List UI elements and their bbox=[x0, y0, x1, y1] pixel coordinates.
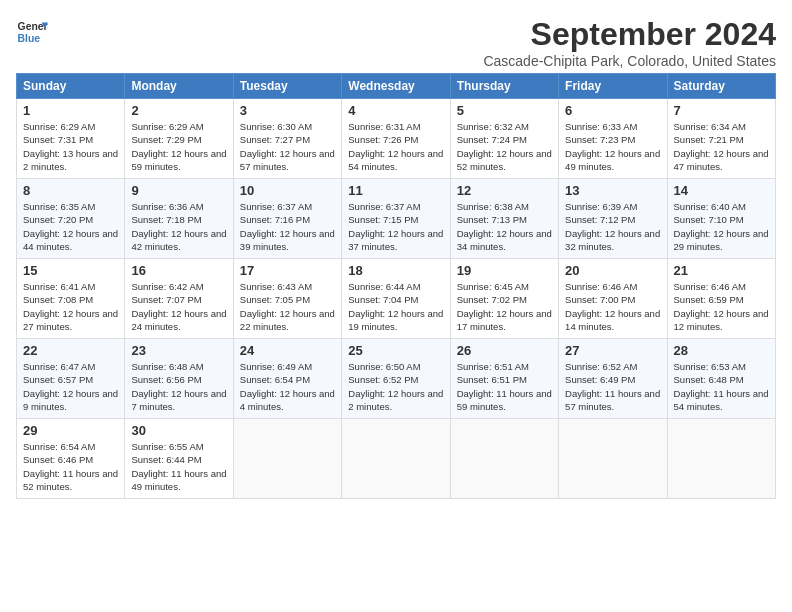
day-number: 5 bbox=[457, 103, 552, 118]
day-number: 30 bbox=[131, 423, 226, 438]
day-info: Sunrise: 6:41 AMSunset: 7:08 PMDaylight:… bbox=[23, 280, 118, 333]
day-number: 13 bbox=[565, 183, 660, 198]
calendar-cell: 27Sunrise: 6:52 AMSunset: 6:49 PMDayligh… bbox=[559, 339, 667, 419]
day-info: Sunrise: 6:51 AMSunset: 6:51 PMDaylight:… bbox=[457, 360, 552, 413]
weekday-header-monday: Monday bbox=[125, 74, 233, 99]
calendar-cell: 15Sunrise: 6:41 AMSunset: 7:08 PMDayligh… bbox=[17, 259, 125, 339]
day-info: Sunrise: 6:47 AMSunset: 6:57 PMDaylight:… bbox=[23, 360, 118, 413]
week-row-1: 1Sunrise: 6:29 AMSunset: 7:31 PMDaylight… bbox=[17, 99, 776, 179]
calendar-cell: 30Sunrise: 6:55 AMSunset: 6:44 PMDayligh… bbox=[125, 419, 233, 499]
calendar-cell bbox=[233, 419, 341, 499]
day-info: Sunrise: 6:32 AMSunset: 7:24 PMDaylight:… bbox=[457, 120, 552, 173]
title-area: September 2024 Cascade-Chipita Park, Col… bbox=[483, 16, 776, 69]
weekday-header-sunday: Sunday bbox=[17, 74, 125, 99]
day-number: 15 bbox=[23, 263, 118, 278]
day-number: 26 bbox=[457, 343, 552, 358]
day-number: 4 bbox=[348, 103, 443, 118]
day-info: Sunrise: 6:46 AMSunset: 6:59 PMDaylight:… bbox=[674, 280, 769, 333]
calendar-cell: 9Sunrise: 6:36 AMSunset: 7:18 PMDaylight… bbox=[125, 179, 233, 259]
calendar-cell: 29Sunrise: 6:54 AMSunset: 6:46 PMDayligh… bbox=[17, 419, 125, 499]
calendar-cell: 19Sunrise: 6:45 AMSunset: 7:02 PMDayligh… bbox=[450, 259, 558, 339]
svg-text:Blue: Blue bbox=[18, 33, 41, 44]
day-info: Sunrise: 6:44 AMSunset: 7:04 PMDaylight:… bbox=[348, 280, 443, 333]
calendar-cell: 16Sunrise: 6:42 AMSunset: 7:07 PMDayligh… bbox=[125, 259, 233, 339]
calendar-cell: 14Sunrise: 6:40 AMSunset: 7:10 PMDayligh… bbox=[667, 179, 775, 259]
day-info: Sunrise: 6:55 AMSunset: 6:44 PMDaylight:… bbox=[131, 440, 226, 493]
calendar-cell: 17Sunrise: 6:43 AMSunset: 7:05 PMDayligh… bbox=[233, 259, 341, 339]
day-number: 29 bbox=[23, 423, 118, 438]
calendar-cell bbox=[450, 419, 558, 499]
day-info: Sunrise: 6:45 AMSunset: 7:02 PMDaylight:… bbox=[457, 280, 552, 333]
day-info: Sunrise: 6:36 AMSunset: 7:18 PMDaylight:… bbox=[131, 200, 226, 253]
calendar-cell: 21Sunrise: 6:46 AMSunset: 6:59 PMDayligh… bbox=[667, 259, 775, 339]
calendar-cell: 20Sunrise: 6:46 AMSunset: 7:00 PMDayligh… bbox=[559, 259, 667, 339]
week-row-3: 15Sunrise: 6:41 AMSunset: 7:08 PMDayligh… bbox=[17, 259, 776, 339]
location-title: Cascade-Chipita Park, Colorado, United S… bbox=[483, 53, 776, 69]
day-number: 8 bbox=[23, 183, 118, 198]
day-number: 11 bbox=[348, 183, 443, 198]
day-number: 22 bbox=[23, 343, 118, 358]
day-number: 23 bbox=[131, 343, 226, 358]
calendar-cell: 3Sunrise: 6:30 AMSunset: 7:27 PMDaylight… bbox=[233, 99, 341, 179]
day-info: Sunrise: 6:31 AMSunset: 7:26 PMDaylight:… bbox=[348, 120, 443, 173]
day-info: Sunrise: 6:49 AMSunset: 6:54 PMDaylight:… bbox=[240, 360, 335, 413]
day-info: Sunrise: 6:43 AMSunset: 7:05 PMDaylight:… bbox=[240, 280, 335, 333]
day-info: Sunrise: 6:40 AMSunset: 7:10 PMDaylight:… bbox=[674, 200, 769, 253]
calendar-cell: 22Sunrise: 6:47 AMSunset: 6:57 PMDayligh… bbox=[17, 339, 125, 419]
calendar-cell: 26Sunrise: 6:51 AMSunset: 6:51 PMDayligh… bbox=[450, 339, 558, 419]
page-header: General Blue September 2024 Cascade-Chip… bbox=[16, 16, 776, 69]
day-number: 3 bbox=[240, 103, 335, 118]
day-info: Sunrise: 6:50 AMSunset: 6:52 PMDaylight:… bbox=[348, 360, 443, 413]
day-number: 9 bbox=[131, 183, 226, 198]
day-number: 6 bbox=[565, 103, 660, 118]
month-title: September 2024 bbox=[483, 16, 776, 53]
calendar-table: SundayMondayTuesdayWednesdayThursdayFrid… bbox=[16, 73, 776, 499]
day-info: Sunrise: 6:42 AMSunset: 7:07 PMDaylight:… bbox=[131, 280, 226, 333]
calendar-cell: 28Sunrise: 6:53 AMSunset: 6:48 PMDayligh… bbox=[667, 339, 775, 419]
day-info: Sunrise: 6:35 AMSunset: 7:20 PMDaylight:… bbox=[23, 200, 118, 253]
day-info: Sunrise: 6:54 AMSunset: 6:46 PMDaylight:… bbox=[23, 440, 118, 493]
day-number: 20 bbox=[565, 263, 660, 278]
calendar-cell: 23Sunrise: 6:48 AMSunset: 6:56 PMDayligh… bbox=[125, 339, 233, 419]
day-number: 14 bbox=[674, 183, 769, 198]
calendar-cell: 13Sunrise: 6:39 AMSunset: 7:12 PMDayligh… bbox=[559, 179, 667, 259]
logo-icon: General Blue bbox=[16, 16, 48, 48]
day-number: 17 bbox=[240, 263, 335, 278]
day-number: 25 bbox=[348, 343, 443, 358]
calendar-cell: 18Sunrise: 6:44 AMSunset: 7:04 PMDayligh… bbox=[342, 259, 450, 339]
calendar-cell bbox=[559, 419, 667, 499]
calendar-cell: 7Sunrise: 6:34 AMSunset: 7:21 PMDaylight… bbox=[667, 99, 775, 179]
week-row-5: 29Sunrise: 6:54 AMSunset: 6:46 PMDayligh… bbox=[17, 419, 776, 499]
day-number: 27 bbox=[565, 343, 660, 358]
calendar-cell: 12Sunrise: 6:38 AMSunset: 7:13 PMDayligh… bbox=[450, 179, 558, 259]
week-row-2: 8Sunrise: 6:35 AMSunset: 7:20 PMDaylight… bbox=[17, 179, 776, 259]
calendar-cell bbox=[342, 419, 450, 499]
calendar-cell: 5Sunrise: 6:32 AMSunset: 7:24 PMDaylight… bbox=[450, 99, 558, 179]
calendar-cell: 25Sunrise: 6:50 AMSunset: 6:52 PMDayligh… bbox=[342, 339, 450, 419]
day-number: 16 bbox=[131, 263, 226, 278]
day-info: Sunrise: 6:52 AMSunset: 6:49 PMDaylight:… bbox=[565, 360, 660, 413]
day-number: 24 bbox=[240, 343, 335, 358]
day-info: Sunrise: 6:29 AMSunset: 7:29 PMDaylight:… bbox=[131, 120, 226, 173]
weekday-header-wednesday: Wednesday bbox=[342, 74, 450, 99]
day-number: 2 bbox=[131, 103, 226, 118]
day-number: 10 bbox=[240, 183, 335, 198]
day-number: 28 bbox=[674, 343, 769, 358]
week-row-4: 22Sunrise: 6:47 AMSunset: 6:57 PMDayligh… bbox=[17, 339, 776, 419]
calendar-cell: 1Sunrise: 6:29 AMSunset: 7:31 PMDaylight… bbox=[17, 99, 125, 179]
calendar-cell: 2Sunrise: 6:29 AMSunset: 7:29 PMDaylight… bbox=[125, 99, 233, 179]
day-info: Sunrise: 6:38 AMSunset: 7:13 PMDaylight:… bbox=[457, 200, 552, 253]
calendar-cell: 24Sunrise: 6:49 AMSunset: 6:54 PMDayligh… bbox=[233, 339, 341, 419]
day-number: 7 bbox=[674, 103, 769, 118]
calendar-cell: 10Sunrise: 6:37 AMSunset: 7:16 PMDayligh… bbox=[233, 179, 341, 259]
weekday-header-tuesday: Tuesday bbox=[233, 74, 341, 99]
day-info: Sunrise: 6:33 AMSunset: 7:23 PMDaylight:… bbox=[565, 120, 660, 173]
logo: General Blue bbox=[16, 16, 48, 48]
day-info: Sunrise: 6:29 AMSunset: 7:31 PMDaylight:… bbox=[23, 120, 118, 173]
day-info: Sunrise: 6:30 AMSunset: 7:27 PMDaylight:… bbox=[240, 120, 335, 173]
weekday-header-friday: Friday bbox=[559, 74, 667, 99]
calendar-cell bbox=[667, 419, 775, 499]
day-info: Sunrise: 6:46 AMSunset: 7:00 PMDaylight:… bbox=[565, 280, 660, 333]
calendar-cell: 8Sunrise: 6:35 AMSunset: 7:20 PMDaylight… bbox=[17, 179, 125, 259]
day-number: 19 bbox=[457, 263, 552, 278]
